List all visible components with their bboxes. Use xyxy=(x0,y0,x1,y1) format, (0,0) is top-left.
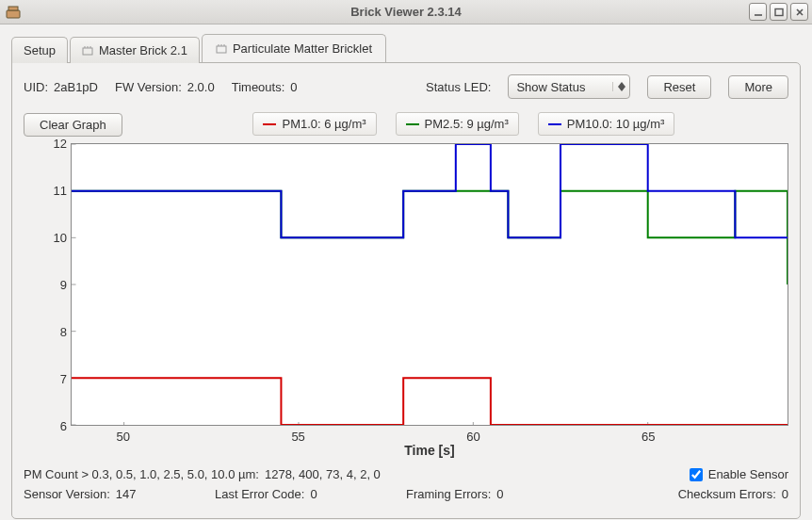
pmcount-value: 1278, 400, 73, 4, 2, 0 xyxy=(265,467,381,481)
svg-rect-10 xyxy=(217,46,226,53)
fw-value: 2.0.0 xyxy=(187,80,215,94)
legend-label-pm10: PM10.0: 10 µg/m³ xyxy=(567,117,665,131)
status-led-select[interactable]: Show Status xyxy=(508,74,630,99)
timeouts-value: 0 xyxy=(290,80,297,94)
chart-legend: PM1.0: 6 µg/m³ PM2.5: 9 µg/m³ PM10.0: 10… xyxy=(252,112,674,136)
select-arrows-icon xyxy=(612,82,629,91)
xtick: 65 xyxy=(641,430,655,444)
legend-label-pm25: PM2.5: 9 µg/m³ xyxy=(425,117,509,131)
svg-rect-3 xyxy=(775,8,783,15)
uid-value: 2aB1pD xyxy=(54,80,98,94)
tab-bar: Setup Master Brick 2.1 Particulate Matte… xyxy=(11,34,801,62)
legend-swatch-pm25 xyxy=(406,123,419,125)
legend-swatch-pm10 xyxy=(548,123,561,125)
enable-sensor-checkbox[interactable]: Enable Sensor xyxy=(690,467,788,481)
chart-xlabel: Time [s] xyxy=(71,443,788,458)
tab-particulate-matter[interactable]: Particulate Matter Bricklet xyxy=(202,34,386,62)
last-error-value: 0 xyxy=(310,487,317,501)
svg-rect-1 xyxy=(8,7,18,10)
status-led-label: Status LED: xyxy=(426,80,491,94)
framing-errors-label: Framing Errors: xyxy=(406,487,491,501)
chart-xaxis: 50556065 xyxy=(71,426,788,441)
clear-graph-button[interactable]: Clear Graph xyxy=(24,113,122,137)
svg-rect-6 xyxy=(83,48,92,55)
checksum-errors-label: Checksum Errors: xyxy=(678,487,776,501)
window-title: Brick Viewer 2.3.14 xyxy=(350,5,462,19)
window-maximize-button[interactable] xyxy=(770,3,788,21)
xtick: 50 xyxy=(117,430,130,444)
legend-label-pm1: PM1.0: 6 µg/m³ xyxy=(282,117,365,131)
tab-master-brick[interactable]: Master Brick 2.1 xyxy=(70,37,200,63)
framing-errors-value: 0 xyxy=(496,487,503,501)
timeouts-label: Timeouts: xyxy=(232,80,285,94)
sensor-version-value: 147 xyxy=(116,487,137,501)
window-titlebar: Brick Viewer 2.3.14 xyxy=(0,0,812,24)
tab-label: Master Brick 2.1 xyxy=(99,43,187,57)
last-error-label: Last Error Code: xyxy=(215,487,304,501)
uid-label: UID: xyxy=(24,80,48,94)
app-icon xyxy=(6,5,21,20)
sensor-version-label: Sensor Version: xyxy=(24,487,110,501)
svg-marker-15 xyxy=(618,87,625,91)
legend-swatch-pm1 xyxy=(263,123,276,125)
xtick: 55 xyxy=(291,430,304,444)
tab-panel: UID:2aB1pD FW Version:2.0.0 Timeouts:0 S… xyxy=(11,62,801,519)
brick-icon xyxy=(82,45,93,57)
window-close-button[interactable] xyxy=(790,3,808,21)
legend-pm25[interactable]: PM2.5: 9 µg/m³ xyxy=(396,112,519,136)
window-minimize-button[interactable] xyxy=(749,3,767,21)
legend-pm10[interactable]: PM10.0: 10 µg/m³ xyxy=(538,112,675,136)
tab-label: Particulate Matter Bricklet xyxy=(233,41,372,56)
xtick: 60 xyxy=(466,430,479,444)
chart-yaxis: 1211109876 xyxy=(44,143,71,426)
chart-plot xyxy=(71,143,788,426)
checksum-errors-value: 0 xyxy=(782,487,788,501)
bricklet-icon xyxy=(216,43,227,55)
enable-sensor-label: Enable Sensor xyxy=(708,467,788,481)
pmcount-label: PM Count > 0.3, 0.5, 1.0, 2.5, 5.0, 10.0… xyxy=(24,467,259,481)
svg-rect-0 xyxy=(7,10,20,18)
fw-label: FW Version: xyxy=(115,80,182,94)
tab-label: Setup xyxy=(24,43,56,57)
more-button[interactable]: More xyxy=(728,75,788,99)
legend-pm1[interactable]: PM1.0: 6 µg/m³ xyxy=(252,112,376,136)
chart-area: PM Concentration [µg/m³] 1211109876 xyxy=(24,143,788,426)
info-row: UID:2aB1pD FW Version:2.0.0 Timeouts:0 S… xyxy=(24,74,788,99)
tab-setup[interactable]: Setup xyxy=(11,37,68,63)
reset-button[interactable]: Reset xyxy=(647,75,711,99)
status-led-value: Show Status xyxy=(509,80,612,94)
